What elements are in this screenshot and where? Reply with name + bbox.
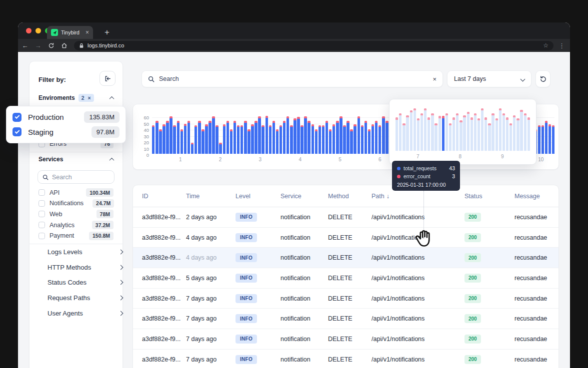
- chart-bar[interactable]: [202, 129, 204, 154]
- new-tab-button[interactable]: +: [101, 26, 113, 38]
- chart-bar[interactable]: [230, 129, 232, 154]
- chart-bar[interactable]: [336, 121, 338, 154]
- chart-bar[interactable]: [542, 125, 544, 154]
- zoom-bar[interactable]: [396, 117, 398, 151]
- zoom-bar[interactable]: [499, 108, 502, 151]
- zoom-bar[interactable]: [406, 115, 408, 151]
- chart-bar[interactable]: [223, 124, 226, 154]
- zoom-bar[interactable]: [474, 113, 476, 151]
- chart-bar[interactable]: [361, 125, 364, 154]
- chart-bar[interactable]: [244, 121, 246, 154]
- chart-bar[interactable]: [386, 121, 388, 154]
- zoom-bar[interactable]: [513, 115, 516, 151]
- bookmark-star-icon[interactable]: ☆: [543, 42, 548, 49]
- zoom-bar[interactable]: [463, 115, 466, 151]
- zoom-overlay-bars[interactable]: [396, 103, 530, 151]
- zoom-bar[interactable]: [417, 118, 420, 151]
- url-bar[interactable]: logs.tinybird.co ☆: [74, 41, 554, 50]
- chart-bar[interactable]: [156, 121, 158, 154]
- table-row[interactable]: a3df882e-f9...5 days agoINFOnotification…: [133, 268, 558, 289]
- chart-bar[interactable]: [312, 124, 314, 154]
- zoom-bar[interactable]: [420, 113, 423, 151]
- column-header-status[interactable]: Status: [464, 193, 514, 200]
- chart-bar[interactable]: [283, 121, 286, 154]
- chart-bar[interactable]: [194, 125, 197, 154]
- column-header-service[interactable]: Service: [280, 193, 328, 200]
- chart-bar[interactable]: [368, 129, 370, 154]
- chart-bar[interactable]: [375, 121, 378, 154]
- checked-checkbox[interactable]: [12, 127, 22, 136]
- column-header-message[interactable]: Message: [514, 193, 558, 200]
- chart-bar[interactable]: [188, 121, 190, 154]
- table-row[interactable]: a3df882e-f9...4 days agoINFOnotification…: [133, 248, 558, 268]
- chart-bar[interactable]: [159, 129, 162, 154]
- chart-bar[interactable]: [205, 124, 208, 154]
- chart-bar[interactable]: [266, 116, 268, 154]
- chart-bar[interactable]: [248, 129, 250, 154]
- chart-bar[interactable]: [286, 116, 289, 154]
- chart-bar[interactable]: [545, 121, 548, 154]
- zoom-bar[interactable]: [428, 117, 430, 151]
- collapse-sidebar-button[interactable]: [100, 71, 116, 86]
- chart-bar[interactable]: [294, 118, 296, 154]
- service-filter-row[interactable]: Notifications24.7M: [38, 198, 114, 209]
- chart-bar[interactable]: [350, 129, 352, 154]
- column-header-method[interactable]: Method: [328, 193, 372, 200]
- sort-desc-icon[interactable]: ↓: [386, 193, 390, 200]
- chart-bar[interactable]: [276, 129, 278, 154]
- column-header-id[interactable]: ID: [142, 193, 186, 200]
- chart-bar[interactable]: [538, 125, 540, 154]
- zoom-bar[interactable]: [399, 113, 402, 151]
- chart-bar[interactable]: [173, 125, 176, 154]
- service-checkbox[interactable]: [38, 222, 45, 228]
- table-row[interactable]: a3df882e-f9...7 days agoINFOnotification…: [133, 309, 558, 329]
- chart-bar[interactable]: [340, 116, 342, 154]
- zoom-bar[interactable]: [528, 117, 530, 151]
- chart-bar[interactable]: [290, 125, 292, 154]
- close-window-icon[interactable]: [26, 28, 32, 33]
- chart-bar[interactable]: [332, 124, 335, 154]
- zoom-bar[interactable]: [496, 118, 498, 151]
- chart-bar[interactable]: [378, 125, 381, 154]
- service-checkbox[interactable]: [38, 189, 45, 196]
- environment-filter-row[interactable]: Production135.83M: [12, 111, 120, 123]
- zoom-bar[interactable]: [456, 113, 458, 151]
- chart-bar[interactable]: [219, 143, 222, 154]
- browser-tab-tinybird[interactable]: Tinybird ×: [47, 26, 93, 39]
- zoom-bar[interactable]: [434, 123, 437, 151]
- services-section-header[interactable]: Services: [38, 153, 114, 166]
- log-search-input[interactable]: Search ×: [142, 70, 443, 87]
- sidebar-nav-item[interactable]: HTTP Methods: [48, 260, 122, 275]
- zoom-bar[interactable]: [488, 123, 490, 151]
- sidebar-nav-item[interactable]: Logs Levels: [48, 244, 122, 260]
- zoom-bar[interactable]: [506, 117, 508, 151]
- chart-bar[interactable]: [254, 121, 257, 154]
- sidebar-nav-item[interactable]: Status Codes: [48, 275, 122, 290]
- zoom-bar[interactable]: [520, 110, 522, 151]
- zoom-bar[interactable]: [481, 108, 484, 151]
- chart-bar[interactable]: [191, 143, 194, 154]
- chart-bar[interactable]: [300, 125, 303, 154]
- service-checkbox[interactable]: [38, 200, 45, 207]
- reload-icon[interactable]: [45, 40, 57, 50]
- chart-bar[interactable]: [258, 116, 260, 154]
- chart-bar[interactable]: [280, 125, 282, 154]
- zoom-bar[interactable]: [470, 117, 473, 151]
- chart-bar[interactable]: [548, 124, 551, 154]
- zoom-bar[interactable]: [478, 118, 480, 151]
- clear-search-icon[interactable]: ×: [432, 75, 436, 83]
- minimize-window-icon[interactable]: [36, 28, 41, 33]
- zoom-bar[interactable]: [484, 117, 487, 151]
- chart-bar[interactable]: [346, 121, 349, 154]
- chart-bar[interactable]: [308, 121, 310, 154]
- zoom-bar[interactable]: [516, 118, 519, 151]
- zoom-bar[interactable]: [524, 113, 526, 151]
- sidebar-nav-item[interactable]: User Agents: [48, 306, 122, 321]
- service-filter-row[interactable]: Analytics37.2M: [38, 220, 114, 231]
- chart-bar[interactable]: [329, 129, 332, 154]
- chart-bar[interactable]: [382, 116, 384, 154]
- table-row[interactable]: a3df882e-f9...4 days agoINFOnotification…: [133, 228, 558, 248]
- chart-bar[interactable]: [240, 125, 243, 154]
- forward-icon[interactable]: →: [32, 40, 44, 50]
- zoom-bar[interactable]: [442, 116, 444, 151]
